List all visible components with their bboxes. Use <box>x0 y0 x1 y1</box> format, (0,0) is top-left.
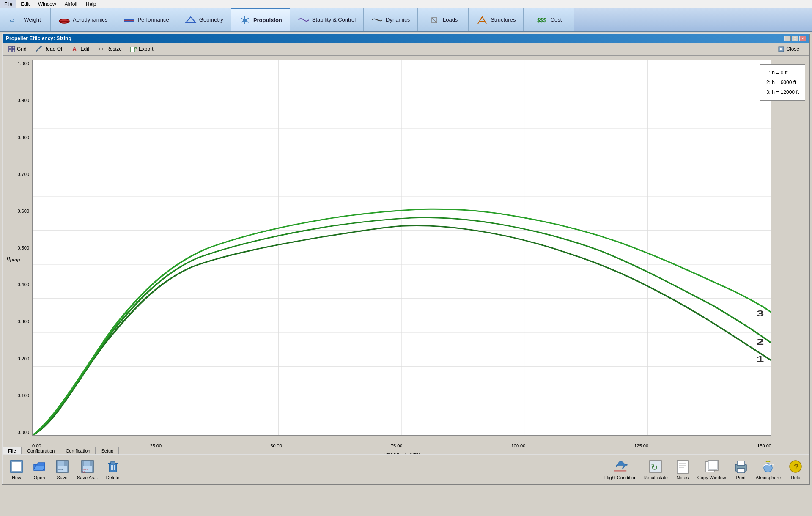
resize-button[interactable]: Resize <box>94 44 126 54</box>
chart-plot-box: 3 2 1 <box>32 60 771 436</box>
chart-toolbar: Grid Read Off A Edit <box>3 43 809 56</box>
tab-file[interactable]: File <box>3 447 22 454</box>
geom-icon <box>185 15 197 25</box>
svg-rect-78 <box>737 469 745 473</box>
svg-text:2: 2 <box>757 337 764 347</box>
svg-rect-50 <box>12 462 21 471</box>
perf-icon <box>123 15 135 25</box>
menu-edit[interactable]: Edit <box>16 0 34 8</box>
aero-icon <box>58 15 70 25</box>
delete-label: Delete <box>106 475 120 480</box>
menu-bar: File Edit Window Airfoil Help <box>0 0 812 8</box>
save-button[interactable]: SAVE Save <box>52 457 73 482</box>
copywindow-label: Copy Window <box>697 475 726 480</box>
tab-loads[interactable]: Loads <box>418 8 469 31</box>
menu-file[interactable]: File <box>0 0 16 8</box>
x-tick-4: 100.00 <box>511 443 526 448</box>
menu-help[interactable]: Help <box>82 0 101 8</box>
x-tick-5: 125.00 <box>634 443 648 448</box>
tab-cost[interactable]: $$$ Cost <box>524 8 574 31</box>
tab-setup[interactable]: Setup <box>96 447 119 454</box>
delete-button[interactable]: Delete <box>102 457 123 482</box>
print-label: Print <box>736 475 746 480</box>
tab-stability[interactable]: Stability & Control <box>290 8 364 31</box>
svg-text:SAVE: SAVE <box>57 468 64 471</box>
y-tick-7: 0.700 <box>10 172 29 177</box>
copy-icon <box>704 459 719 474</box>
help-button[interactable]: ? Help <box>785 457 806 482</box>
notes-icon <box>675 459 690 474</box>
tab-certification[interactable]: Certification <box>60 447 96 454</box>
window-panel: Propeller Efficiency: Sizing _ □ × Grid <box>2 33 810 485</box>
flightcondition-label: Flight Condition <box>604 475 636 480</box>
tab-dyn-label: Dynamics <box>386 16 410 23</box>
svg-text:$$$: $$$ <box>537 17 546 23</box>
notes-button[interactable]: Notes <box>672 457 693 482</box>
saveas-icon: SAVE AS... <box>80 459 95 474</box>
save-icon: SAVE <box>55 459 70 474</box>
struct-icon <box>476 15 488 25</box>
saveas-label: Save As... <box>77 475 98 480</box>
x-tick-1: 25.00 <box>150 443 162 448</box>
svg-rect-69 <box>677 461 688 473</box>
atmo-icon <box>760 459 776 474</box>
window-control-buttons: _ □ × <box>784 36 806 41</box>
readoff-label: Read Off <box>44 46 64 52</box>
svg-line-10 <box>432 18 437 23</box>
new-button[interactable]: New <box>6 457 27 482</box>
new-label: New <box>12 475 21 480</box>
export-button[interactable]: Export <box>126 44 157 54</box>
y-tick-3: 0.300 <box>10 319 29 324</box>
legend-item-1: 1: h = 0 ft <box>766 68 799 78</box>
notes-label: Notes <box>676 475 689 480</box>
svg-rect-23 <box>131 47 135 52</box>
copywindow-button[interactable]: Copy Window <box>695 457 729 482</box>
y-tick-10: 1.000 <box>10 61 29 66</box>
close-window-button[interactable]: × <box>799 36 806 41</box>
flightcondition-button[interactable]: Flight Condition <box>602 457 639 482</box>
tab-aerodynamics[interactable]: Aerodynamics <box>51 8 115 31</box>
print-icon <box>733 459 749 474</box>
tab-dynamics[interactable]: Dynamics <box>364 8 418 31</box>
cost-icon: $$$ <box>536 15 548 25</box>
tab-weight-label: Weight <box>24 16 41 23</box>
svg-text:?: ? <box>794 463 798 471</box>
open-icon <box>32 459 47 474</box>
open-button[interactable]: Open <box>29 457 50 482</box>
tab-geometry[interactable]: Geometry <box>177 8 231 31</box>
y-tick-9: 0.900 <box>10 98 29 103</box>
edit-button[interactable]: A Edit <box>68 44 93 54</box>
tab-structures[interactable]: Structures <box>469 8 524 31</box>
chart-plot-area: 0.000 0.100 0.200 0.300 0.400 0.500 0.60… <box>32 60 805 436</box>
close-button[interactable]: Close <box>774 44 803 54</box>
tab-configuration[interactable]: Configuration <box>22 447 60 454</box>
grid-icon <box>8 46 15 52</box>
maximize-button[interactable]: □ <box>792 36 798 41</box>
prop-icon <box>239 16 251 25</box>
loads-icon <box>428 15 440 25</box>
recalculate-button[interactable]: ↻ Recalculate <box>641 457 670 482</box>
menu-airfoil[interactable]: Airfoil <box>60 0 82 8</box>
help-label: Help <box>791 475 801 480</box>
close-label: Close <box>786 46 799 52</box>
minimize-button[interactable]: _ <box>784 36 791 41</box>
y-tick-4: 0.400 <box>10 282 29 287</box>
delete-icon <box>105 459 121 474</box>
saveas-button[interactable]: SAVE AS... Save As... <box>74 457 101 482</box>
menu-window[interactable]: Window <box>34 0 60 8</box>
tab-weight[interactable]: Weight <box>0 8 51 31</box>
x-axis-ticks: 0.00 25.00 50.00 75.00 100.00 125.00 150… <box>32 443 771 448</box>
tab-struct-label: Structures <box>491 16 516 23</box>
tab-cost-label: Cost <box>551 16 562 23</box>
bottom-toolbar: New Open SAVE <box>3 454 809 484</box>
readoff-button[interactable]: Read Off <box>31 44 68 54</box>
weight-icon <box>9 15 21 25</box>
svg-text:3: 3 <box>757 309 764 318</box>
grid-button[interactable]: Grid <box>5 44 30 54</box>
print-button[interactable]: Print <box>730 457 752 482</box>
y-tick-6: 0.600 <box>10 209 29 214</box>
svg-rect-77 <box>737 461 745 465</box>
tab-propulsion[interactable]: Propulsion <box>231 8 290 31</box>
atmosphere-button[interactable]: Atmosphere <box>753 457 783 482</box>
tab-performance[interactable]: Performance <box>115 8 177 31</box>
